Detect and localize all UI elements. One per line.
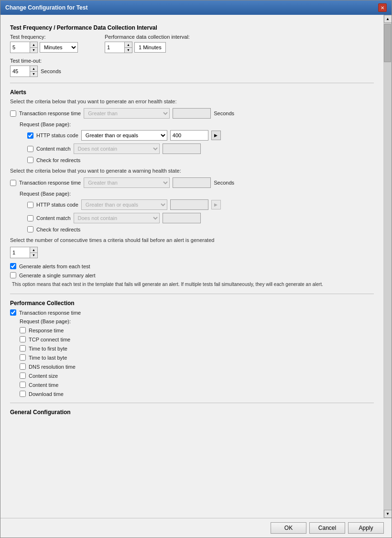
generate-single-summary-checkbox[interactable] — [10, 272, 16, 278]
perf-response-time-checkbox[interactable] — [20, 327, 26, 333]
perf-interval-label: Performance data collection interval: — [105, 34, 190, 40]
test-frequency-spinner-btns: ▲ ▼ — [30, 42, 37, 53]
warning-content-operator[interactable]: Does not contain Contains — [74, 213, 160, 223]
test-timeout-unit: Seconds — [41, 68, 61, 74]
test-timeout-spinner[interactable]: ▲ ▼ — [10, 66, 38, 77]
test-frequency-input[interactable] — [11, 42, 30, 53]
error-transaction-operator[interactable]: Greater than Greater than or equals — [84, 108, 170, 119]
test-timeout-spinner-btns: ▲ ▼ — [30, 66, 37, 77]
test-frequency-unit-dropdown[interactable]: Minutes Seconds Hours — [40, 42, 78, 53]
perf-transaction-checkbox[interactable] — [10, 309, 16, 316]
perf-interval-up-btn[interactable]: ▲ — [124, 42, 132, 48]
error-criteria-desc: Select the criteria below that you want … — [10, 99, 374, 104]
error-content-label: Content match — [36, 146, 71, 152]
consecutive-input[interactable] — [11, 247, 30, 258]
scrollbar: ▲ ▼ — [383, 15, 392, 518]
test-timeout-up-btn[interactable]: ▲ — [30, 66, 37, 72]
error-content-checkbox[interactable] — [27, 146, 33, 152]
separator-2 — [10, 294, 374, 294]
error-http-row: HTTP status code Greater than Greater th… — [27, 130, 374, 141]
bottom-bar: OK Cancel Apply — [0, 518, 392, 538]
warning-content-row: Content match Does not contain Contains — [27, 213, 374, 223]
warning-transaction-checkbox[interactable] — [10, 180, 16, 186]
performance-title: Performance Collection — [10, 300, 374, 307]
test-timeout-input[interactable] — [11, 66, 30, 77]
scrollbar-thumb[interactable] — [384, 24, 391, 62]
perf-time-last-byte-label: Time to last byte — [29, 355, 67, 361]
general-title: General Configuration — [10, 409, 374, 416]
perf-interval-unit-text: 1 Minutes — [134, 42, 166, 53]
error-transaction-value[interactable] — [173, 108, 211, 119]
perf-time-first-byte-row: Time to first byte — [20, 345, 374, 351]
generate-alerts-each-checkbox[interactable] — [10, 263, 16, 269]
error-http-play-btn[interactable]: ▶ — [211, 131, 221, 140]
perf-download-time-label: Download time — [29, 391, 64, 397]
perf-dns-resolution-row: DNS resolution time — [20, 363, 374, 370]
error-http-value[interactable] — [170, 130, 208, 141]
perf-interval-spinner[interactable]: ▲ ▼ — [105, 42, 132, 53]
error-request-label: Request (Base page): — [20, 121, 374, 127]
error-http-operator[interactable]: Greater than Greater than or equals — [81, 130, 167, 141]
test-timeout-down-btn[interactable]: ▼ — [30, 72, 37, 77]
scrollbar-track[interactable] — [384, 23, 392, 510]
warning-transaction-value[interactable] — [173, 177, 211, 188]
error-transaction-unit: Seconds — [214, 110, 234, 116]
warning-http-play-btn[interactable]: ▶ — [211, 200, 221, 209]
warning-content-value[interactable] — [163, 213, 201, 223]
consecutive-spinner[interactable]: ▲ ▼ — [10, 247, 38, 258]
warning-transaction-operator[interactable]: Greater than Greater than or equals — [84, 177, 170, 188]
generate-single-summary-row: Generate a single summary alert — [10, 272, 374, 278]
ok-button[interactable]: OK — [271, 522, 306, 534]
apply-button[interactable]: Apply — [348, 522, 384, 534]
perf-transaction-row: Transaction response time — [10, 309, 374, 316]
error-redirects-checkbox[interactable] — [27, 157, 33, 163]
test-frequency-label: Test frequency: — [10, 34, 78, 40]
error-content-operator[interactable]: Does not contain Contains — [74, 143, 160, 154]
consecutive-up-btn[interactable]: ▲ — [30, 247, 37, 253]
perf-time-last-byte-row: Time to last byte — [20, 354, 374, 361]
perf-time-last-byte-checkbox[interactable] — [20, 354, 26, 361]
warning-redirects-checkbox[interactable] — [27, 226, 33, 232]
perf-dns-resolution-checkbox[interactable] — [20, 363, 26, 370]
error-http-checkbox[interactable] — [27, 132, 33, 139]
scrollbar-down-btn[interactable]: ▼ — [384, 510, 392, 518]
warning-content-checkbox[interactable] — [27, 215, 33, 221]
cancel-button[interactable]: Cancel — [309, 522, 345, 534]
title-bar: Change Configuration for Test ✕ — [0, 0, 392, 15]
content-area: Test Frequency / Performance Data Collec… — [0, 15, 392, 518]
scrollbar-up-btn[interactable]: ▲ — [384, 15, 392, 23]
warning-http-checkbox[interactable] — [27, 202, 33, 208]
perf-content-size-label: Content size — [29, 373, 58, 379]
generate-alerts-each-row: Generate alerts from each test — [10, 263, 374, 269]
perf-tcp-connect-checkbox[interactable] — [20, 336, 26, 342]
perf-transaction-label: Transaction response time — [19, 310, 81, 316]
close-button[interactable]: ✕ — [378, 3, 387, 12]
perf-download-time-checkbox[interactable] — [20, 391, 26, 397]
perf-download-time-row: Download time — [20, 391, 374, 397]
separator-1 — [10, 83, 374, 83]
perf-response-time-label: Response time — [29, 328, 64, 333]
perf-dns-resolution-label: DNS resolution time — [29, 364, 76, 370]
warning-http-value[interactable] — [170, 199, 208, 210]
error-transaction-label: Transaction response time — [19, 110, 81, 116]
frequency-row: Test frequency: ▲ ▼ Minutes — [10, 34, 374, 53]
generate-alerts-each-label: Generate alerts from each test — [19, 264, 90, 269]
test-frequency-down-btn[interactable]: ▼ — [30, 48, 37, 53]
perf-content-size-checkbox[interactable] — [20, 373, 26, 379]
test-timeout-label: Test time-out: — [10, 58, 374, 64]
perf-interval-down-btn[interactable]: ▼ — [124, 48, 132, 53]
consecutive-down-btn[interactable]: ▼ — [30, 253, 37, 258]
error-transaction-checkbox[interactable] — [10, 110, 16, 117]
error-content-value[interactable] — [163, 143, 201, 154]
warning-http-operator[interactable]: Greater than Greater than or equals — [81, 199, 167, 210]
general-section: General Configuration — [10, 409, 374, 416]
performance-section: Performance Collection Transaction respo… — [10, 300, 374, 397]
error-redirects-row: Check for redirects — [27, 157, 374, 163]
perf-interval-input[interactable] — [105, 42, 124, 53]
error-http-label: HTTP status code — [36, 132, 78, 138]
perf-content-time-checkbox[interactable] — [20, 382, 26, 388]
alerts-info-text: This option means that each test in the … — [12, 281, 369, 288]
perf-time-first-byte-checkbox[interactable] — [20, 345, 26, 351]
test-frequency-spinner[interactable]: ▲ ▼ — [10, 42, 38, 53]
test-frequency-up-btn[interactable]: ▲ — [30, 42, 37, 48]
